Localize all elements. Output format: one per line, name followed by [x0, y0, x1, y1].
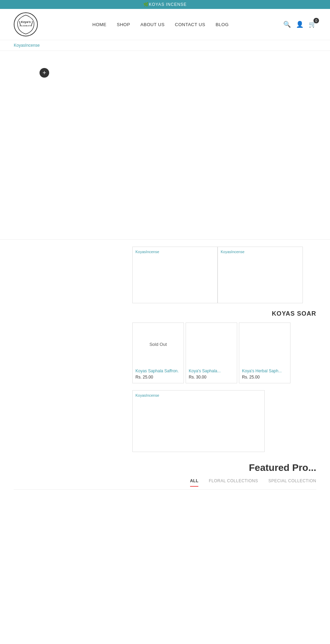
logo-area: Koya's AGARBATH	[14, 12, 38, 36]
product-price-1: Rs. 25.00	[133, 375, 184, 383]
product-card-2[interactable]: Koya's Saphala... Rs. 30.00	[186, 323, 237, 383]
product-name-1: Koyas Saphala Saffron.	[133, 366, 184, 375]
product-name-2: Koya's Saphala...	[186, 366, 237, 375]
products-grid: Sold Out Koyas Saphala Saffron. Rs. 25.0…	[132, 323, 330, 383]
large-banner[interactable]: KoyasIncense	[132, 390, 265, 452]
product-image-2	[186, 323, 237, 366]
main-nav: HOME SHOP ABOUT US CONTACT US BLOG	[92, 22, 229, 27]
nav-contact[interactable]: CONTACT US	[175, 22, 205, 27]
hero-plus-button[interactable]: +	[40, 68, 49, 78]
banner-card-2[interactable]: KoyasIncense	[218, 247, 303, 303]
svg-text:Koya's: Koya's	[21, 20, 31, 24]
product-price-2: Rs. 30.00	[186, 375, 237, 383]
section-title: KOYAS SOAR	[0, 303, 330, 323]
announcement-text: 🌿KOYAS INCENSE	[143, 2, 187, 7]
banner-label-1: KoyasIncense	[135, 250, 159, 254]
logo-svg: Koya's AGARBATH	[15, 13, 37, 36]
breadcrumb[interactable]: KoyasIncense	[0, 40, 330, 51]
tab-special[interactable]: SPECIAL COLLECTION	[268, 478, 316, 487]
banners-row: KoyasIncense KoyasIncense	[132, 247, 330, 303]
product-card-1[interactable]: Sold Out Koyas Saphala Saffron. Rs. 25.0…	[132, 323, 184, 383]
nav-about[interactable]: ABOUT US	[141, 22, 165, 27]
header-icons: 🔍 👤 🛒 0	[283, 21, 316, 28]
nav-home[interactable]: HOME	[92, 22, 107, 27]
featured-section: Featured Pro... ALL FLORAL COLLECTIONS S…	[0, 452, 330, 497]
logo-badge: Koya's AGARBATH	[14, 12, 38, 36]
product-price-3: Rs. 25.00	[239, 375, 290, 383]
nav-shop[interactable]: SHOP	[117, 22, 130, 27]
header: Koya's AGARBATH HOME SHOP ABOUT US CONTA…	[0, 9, 330, 40]
search-icon[interactable]: 🔍	[283, 21, 291, 28]
product-card-3[interactable]: Koya's Herbal Saph... Rs. 25.00	[239, 323, 290, 383]
cart-wrapper[interactable]: 🛒 0	[309, 21, 316, 28]
svg-text:AGARBATH: AGARBATH	[19, 25, 32, 27]
plus-icon: +	[43, 69, 46, 77]
product-name-3: Koya's Herbal Saph...	[239, 366, 290, 375]
large-banner-label: KoyasIncense	[135, 393, 159, 397]
cart-count: 0	[314, 18, 319, 23]
product-image-1: Sold Out	[133, 323, 184, 366]
user-icon[interactable]: 👤	[296, 21, 304, 28]
tab-all[interactable]: ALL	[190, 478, 199, 487]
section-title-text: KOYAS SOAR	[272, 310, 316, 317]
hero-section: +	[0, 51, 330, 240]
featured-tabs: ALL FLORAL COLLECTIONS SPECIAL COLLECTIO…	[14, 478, 316, 490]
breadcrumb-text: KoyasIncense	[14, 43, 40, 48]
banner-card-1[interactable]: KoyasIncense	[132, 247, 218, 303]
announcement-bar: 🌿KOYAS INCENSE	[0, 0, 330, 9]
banner-label-2: KoyasIncense	[221, 250, 244, 254]
featured-title: Featured Pro...	[14, 462, 316, 473]
nav-blog[interactable]: BLOG	[216, 22, 229, 27]
product-image-3	[239, 323, 290, 366]
sold-out-badge-1: Sold Out	[150, 342, 167, 347]
tab-floral[interactable]: FLORAL COLLECTIONS	[209, 478, 258, 487]
